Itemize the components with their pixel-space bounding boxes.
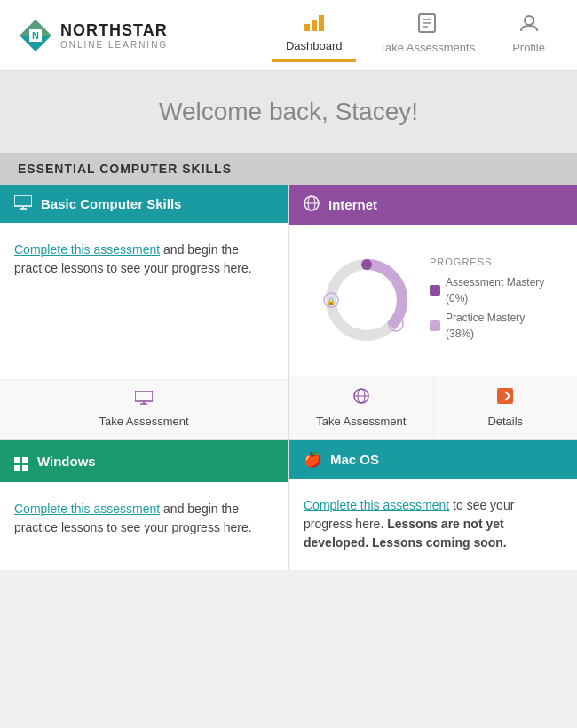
card-body-basic: Complete this assessment and begin the p… xyxy=(0,223,288,379)
logo-icon: N xyxy=(18,18,53,53)
dashboard-icon xyxy=(304,15,324,36)
complete-assessment-link-basic[interactable]: Complete this assessment xyxy=(14,242,160,257)
card-macos: 🍎 Mac OS Complete this assessment to see… xyxy=(289,440,577,570)
details-internet-button[interactable]: Details xyxy=(434,376,578,439)
details-internet-icon xyxy=(496,387,514,409)
windows-title: Windows xyxy=(37,454,96,469)
legend-assessment: Assessment Mastery (0%) xyxy=(430,274,549,306)
progress-area: 🔒 ↑ PROGRESS Assessment Mastery (0%) Pra… xyxy=(304,242,563,358)
legend-practice-label: Practice Mastery (38%) xyxy=(446,310,549,342)
complete-assessment-link-windows[interactable]: Complete this assessment xyxy=(14,502,160,516)
svg-text:↑: ↑ xyxy=(394,322,398,328)
complete-assessment-link-macos[interactable]: Complete this assessment xyxy=(304,498,449,512)
profile-icon xyxy=(519,13,539,37)
profile-label: Profile xyxy=(512,41,545,54)
header: N NORTHSTAR ONLINE LEARNING Dashboard Ta… xyxy=(0,0,577,71)
card-header-macos: 🍎 Mac OS xyxy=(289,440,577,479)
basic-computer-title: Basic Computer Skills xyxy=(41,196,181,211)
card-internet: Internet 🔒 xyxy=(289,185,577,439)
card-footer-internet: Take Assessment Details xyxy=(289,376,577,439)
svg-text:N: N xyxy=(32,30,39,41)
apple-icon: 🍎 xyxy=(304,451,321,468)
card-header-internet: Internet xyxy=(289,185,577,225)
nav-tab-assessments[interactable]: Take Assessments xyxy=(365,6,489,64)
nav-tab-profile[interactable]: Profile xyxy=(498,6,559,64)
take-assessment-internet-button[interactable]: Take Assessment xyxy=(289,376,434,439)
internet-title: Internet xyxy=(328,197,377,212)
svg-rect-5 xyxy=(312,20,317,31)
svg-rect-15 xyxy=(135,391,153,401)
details-internet-label: Details xyxy=(487,415,523,428)
progress-legend: PROGRESS Assessment Mastery (0%) Practic… xyxy=(430,255,549,346)
card-basic-computer: Basic Computer Skills Complete this asse… xyxy=(0,185,288,439)
progress-title: PROGRESS xyxy=(430,255,549,270)
donut-chart: 🔒 ↑ xyxy=(318,251,415,349)
assessments-icon xyxy=(418,13,436,37)
card-header-windows: Windows xyxy=(0,440,288,482)
windows-icon xyxy=(14,451,28,471)
nav-tabs: Dashboard Take Assessments Profile xyxy=(272,6,559,64)
card-body-macos: Complete this assessment to see your pro… xyxy=(289,479,577,570)
take-assessment-basic-icon xyxy=(135,391,153,409)
svg-rect-32 xyxy=(497,388,513,404)
logo-brand: NORTHSTAR xyxy=(60,21,168,40)
welcome-banner: Welcome back, Stacey! xyxy=(0,71,577,153)
logo-sub: ONLINE LEARNING xyxy=(60,40,168,50)
legend-dot-assessment xyxy=(430,285,440,296)
take-assessment-basic-label: Take Assessment xyxy=(99,415,188,428)
cards-grid: Basic Computer Skills Complete this asse… xyxy=(0,185,577,570)
macos-title: Mac OS xyxy=(330,452,379,467)
card-header-basic: Basic Computer Skills xyxy=(0,185,288,223)
card-windows: Windows Complete this assessment and beg… xyxy=(0,440,288,570)
take-assessment-internet-label: Take Assessment xyxy=(316,415,406,428)
assessments-label: Take Assessments xyxy=(379,41,475,54)
internet-icon xyxy=(304,195,320,214)
take-assessment-basic-button[interactable]: Take Assessment xyxy=(0,380,288,439)
logo-area: N NORTHSTAR ONLINE LEARNING xyxy=(18,18,272,53)
section-title: ESSENTIAL COMPUTER SKILLS xyxy=(18,162,232,176)
dashboard-label: Dashboard xyxy=(286,39,343,52)
svg-rect-12 xyxy=(14,195,32,206)
legend-practice: Practice Mastery (38%) xyxy=(430,310,549,342)
logo-text: NORTHSTAR ONLINE LEARNING xyxy=(60,21,168,50)
svg-rect-6 xyxy=(319,15,324,31)
card-body-windows: Complete this assessment and begin the p… xyxy=(0,482,288,570)
svg-rect-4 xyxy=(304,24,310,31)
svg-point-11 xyxy=(525,16,534,25)
basic-computer-icon xyxy=(14,195,32,212)
legend-assessment-label: Assessment Mastery (0%) xyxy=(446,274,549,306)
welcome-message: Welcome back, Stacey! xyxy=(159,98,418,125)
card-body-internet: 🔒 ↑ PROGRESS Assessment Mastery (0%) Pra… xyxy=(289,225,577,376)
take-assessment-internet-icon xyxy=(352,387,370,409)
legend-dot-practice xyxy=(430,320,440,331)
nav-tab-dashboard[interactable]: Dashboard xyxy=(272,8,357,62)
card-footer-basic: Take Assessment xyxy=(0,379,288,439)
section-header-essential: ESSENTIAL COMPUTER SKILLS xyxy=(0,153,577,185)
svg-text:🔒: 🔒 xyxy=(327,297,336,305)
svg-point-24 xyxy=(361,259,372,270)
